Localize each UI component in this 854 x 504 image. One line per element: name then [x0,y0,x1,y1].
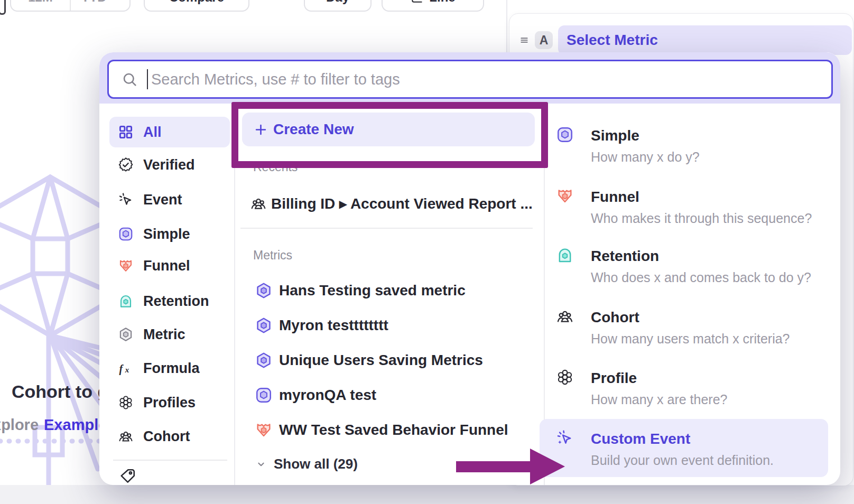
metric-type-title: Retention [591,246,811,267]
range-ytd-button[interactable]: YTD [70,0,129,11]
funnel-icon [556,187,574,205]
sidebar-filter-label: Profiles [143,395,196,411]
metric-type-description: Build your own event definition. [591,450,774,471]
chevron-down-icon [111,0,119,2]
sidebar-divider [234,104,235,485]
saved-metric-item[interactable]: Hans Testing saved metric [255,282,466,300]
sidebar-section-divider [113,460,227,461]
explore-prefix-fragment: xplore [0,416,39,433]
sidebar-filter-label: Event [143,192,182,208]
metric-type-description: Who does x and comes back to do y? [591,267,811,288]
compare-button[interactable]: Compare [144,0,249,12]
recent-item-label: Billing ID ▸ Account Viewed Report ... [271,195,533,212]
simple-icon [255,386,273,404]
sidebar-filter-item[interactable]: Verified [109,150,230,180]
cohort-icon [250,195,267,212]
sidebar-filter-item[interactable]: Profiles [109,387,230,418]
sidebar-filter-item[interactable]: Metric [109,319,230,350]
day-label: Day [326,0,349,5]
cohort-icon [556,307,574,325]
sidebar-filter-item[interactable]: fx Formula [109,353,230,384]
select-metric-button[interactable]: Select Metric [558,25,852,55]
day-button[interactable]: Day [304,0,372,12]
metric-picker-modal: All Verified Event Simple Funnel Retenti… [99,52,840,485]
saved-metric-label: WW Test Saved Behavior Funnel [279,422,508,438]
grid-icon [118,124,134,140]
simple-icon [118,226,134,242]
metric-purple-icon [255,282,273,300]
funnel-icon [255,421,273,439]
metric-type-item[interactable]: Funnel Who makes it through this sequenc… [556,186,828,229]
recents-metrics-divider [240,228,533,229]
sidebar-filter-item[interactable]: Retention [109,286,230,316]
sidebar-filter-label: Metric [143,326,185,343]
sidebar-filter-label: Funnel [143,258,190,274]
metric-type-item[interactable]: Retention Who does x and comes back to d… [556,246,828,288]
metric-type-title: Custom Event [591,428,774,450]
metric-type-item[interactable]: Custom Event Build your own event defini… [556,428,828,471]
verified-icon [118,157,134,173]
formula-icon: fx [118,360,134,376]
saved-metric-label: myronQA test [279,387,376,404]
svg-text:x: x [125,366,129,374]
date-range-segmented-control: 12M YTD [10,0,131,12]
compare-label: Compare [169,0,224,5]
metric-type-item[interactable]: Simple How many x do y? [556,125,828,168]
text-caret [147,69,148,89]
line-chart-icon [410,0,424,4]
select-metric-label: Select Metric [567,32,658,49]
sidebar-filter-label: Simple [143,226,190,242]
sidebar-filter-label: Verified [143,157,195,173]
search-input[interactable] [150,63,831,96]
sidebar-filter-item[interactable]: Funnel [109,250,230,281]
saved-metric-item[interactable]: Myron testttttttt [255,316,388,334]
sidebar-filter-label: Retention [143,293,209,310]
cohort-icon [118,428,134,444]
metric-type-description: How many x do y? [591,146,700,168]
event-icon [118,192,134,208]
recent-item[interactable]: Billing ID ▸ Account Viewed Report ... [250,195,533,212]
background-explore-line: xploreExample [0,416,107,434]
sidebar-filter-label: Cohort [143,428,190,445]
recents-header: Recents [253,160,298,174]
metric-type-item[interactable]: Cohort How many users match x criteria? [556,307,828,350]
svg-text:f: f [119,363,124,375]
metric-purple-icon [255,316,273,334]
saved-metric-item[interactable]: WW Test Saved Behavior Funnel [255,421,508,439]
saved-metric-item[interactable]: Unique Users Saving Metrics [255,351,483,369]
page-bottom-strip [0,485,854,504]
tag-icon[interactable] [118,468,136,485]
retention-icon [556,246,574,264]
line-label: Line [429,0,455,5]
metric-purple-icon [255,351,273,369]
metric-type-title: Funnel [591,186,812,208]
range-12m-button[interactable]: 12M [11,0,70,11]
plus-icon [254,123,268,137]
search-icon [122,71,137,87]
metric-icon [118,326,134,342]
metric-type-description: Who makes it through this sequence? [591,208,812,229]
metric-type-title: Simple [591,125,700,146]
profiles-icon [118,395,134,410]
chevron-down-icon [255,458,267,470]
drag-handle-icon[interactable] [519,35,530,45]
simple-icon [556,126,574,144]
sidebar-filter-item[interactable]: All [109,117,230,147]
saved-metric-label: Hans Testing saved metric [279,282,466,299]
sidebar-filter-label: Formula [143,360,200,377]
create-new-button[interactable]: Create New [242,113,535,146]
metric-type-description: How many x are there? [591,389,727,410]
create-new-label: Create New [273,121,354,138]
saved-metric-item[interactable]: myronQA test [255,386,376,404]
sidebar-filter-item[interactable]: Event [109,184,230,215]
sidebar-filter-label: All [143,124,162,141]
custom-event-icon [556,429,574,447]
sidebar-filter-item[interactable]: Simple [109,219,230,249]
example-link[interactable]: Example [44,416,107,433]
sidebar-filter-item[interactable]: Cohort [109,421,230,452]
show-all-button[interactable]: Show all (29) [255,456,358,472]
line-chart-type-button[interactable]: Line [382,0,484,12]
metric-type-item[interactable]: Profile How many x are there? [556,368,828,410]
metric-type-title: Profile [591,368,727,389]
screen: Cohort to ge xploreExample 12M YTD Compa… [0,0,854,504]
